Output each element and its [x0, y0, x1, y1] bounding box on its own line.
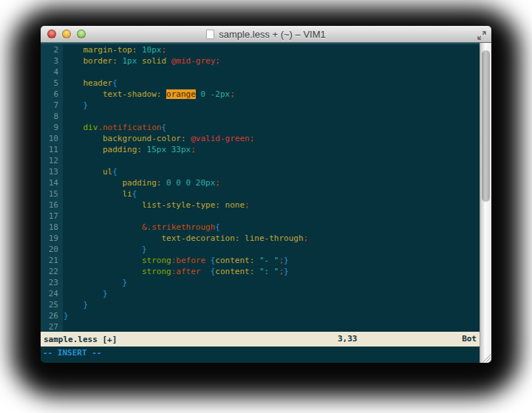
window-title: sample.less + (~) – VIM1 [219, 29, 326, 40]
close-button[interactable] [47, 30, 56, 38]
insert-mode-indicator: -- INSERT -- [43, 348, 101, 358]
line-number: 12 [41, 155, 63, 166]
line-number: 4 [41, 66, 63, 78]
code-line[interactable]: 9 div.notification{ [41, 122, 480, 133]
code-text: } [63, 310, 69, 321]
code-text: text-shadow: orange 0 -2px; [63, 89, 235, 100]
code-text: } [63, 288, 108, 299]
code-line[interactable]: 10 background-color: @valid-green; [41, 133, 480, 144]
status-bar: sample.less [+] 3,33 Bot [41, 332, 480, 347]
line-number: 7 [41, 100, 63, 111]
code-line[interactable]: 23 } [41, 277, 480, 288]
code-text: margin-top: 10px; [63, 44, 166, 55]
line-number: 15 [41, 188, 63, 199]
code-text: text-decoration: line-through; [63, 233, 308, 244]
code-line[interactable]: 18 &.strikethrough{ [41, 222, 480, 233]
status-file-name: sample.less [+] [44, 335, 117, 344]
scrollbar-thumb[interactable] [482, 50, 490, 202]
line-number: 21 [41, 255, 63, 266]
code-text [63, 155, 64, 166]
line-number: 25 [41, 299, 63, 310]
line-number: 23 [41, 277, 63, 288]
code-text [63, 211, 64, 222]
code-line[interactable]: 16 list-style-type: none; [41, 199, 480, 211]
code-text: strong:after {content: ": ";} [63, 266, 289, 277]
line-number: 19 [41, 233, 63, 244]
code-line[interactable]: 21 strong:before {content: "- ";} [41, 255, 480, 266]
code-text: } [63, 244, 147, 255]
title-group: sample.less + (~) – VIM1 [206, 29, 326, 40]
zoom-button[interactable] [77, 30, 86, 38]
code-line[interactable]: 20 } [41, 244, 480, 255]
code-line[interactable]: 22 strong:after {content: ": ";} [41, 266, 480, 277]
line-number: 8 [41, 111, 63, 122]
line-number: 3 [41, 55, 63, 66]
line-number: 17 [41, 211, 63, 222]
code-line[interactable]: 17 [41, 211, 480, 222]
line-number: 20 [41, 244, 63, 255]
code-text: div.notification{ [63, 122, 166, 133]
code-text: border: 1px solid @mid-grey; [63, 55, 220, 66]
code-line[interactable]: 2 margin-top: 10px; [41, 44, 480, 55]
minimize-button[interactable] [62, 30, 71, 38]
status-scroll-position: Bot [462, 334, 477, 344]
status-ruler: 3,33 [338, 334, 358, 344]
code-text: ul{ [63, 166, 117, 177]
line-number: 11 [41, 144, 63, 155]
code-text [63, 66, 64, 78]
line-number: 27 [41, 321, 63, 332]
code-text: padding: 15px 33px; [63, 144, 196, 155]
title-bar[interactable]: sample.less + (~) – VIM1 [41, 26, 491, 43]
code-text: } [63, 277, 127, 288]
code-line[interactable]: 4 [41, 66, 480, 78]
code-line[interactable]: 14 padding: 0 0 0 20px; [41, 177, 480, 188]
line-number: 18 [41, 222, 63, 233]
code-line[interactable]: 12 [41, 155, 480, 166]
editor-column: 2 margin-top: 10px;3 border: 1px solid @… [41, 43, 480, 363]
code-text: background-color: @valid-green; [63, 133, 254, 144]
code-line[interactable]: 5 header{ [41, 78, 480, 89]
code-area[interactable]: 2 margin-top: 10px;3 border: 1px solid @… [41, 43, 480, 332]
window-body: 2 margin-top: 10px;3 border: 1px solid @… [41, 43, 491, 363]
line-number: 13 [41, 166, 63, 177]
code-text: list-style-type: none; [63, 199, 250, 211]
line-number: 2 [41, 44, 63, 55]
fullscreen-button[interactable] [477, 30, 486, 38]
code-text: padding: 0 0 0 20px; [63, 177, 220, 188]
command-line: -- INSERT -- [41, 347, 480, 363]
vertical-scrollbar[interactable] [480, 43, 491, 363]
line-number: 10 [41, 133, 63, 144]
line-number: 9 [41, 122, 63, 133]
code-line[interactable]: 7 } [41, 100, 480, 111]
vim-window: sample.less + (~) – VIM1 2 margin-top: 1… [41, 26, 491, 363]
code-line[interactable]: 19 text-decoration: line-through; [41, 233, 480, 244]
code-text: } [63, 100, 88, 111]
fullscreen-icon [477, 31, 486, 40]
code-line[interactable]: 25 } [41, 299, 480, 310]
code-line[interactable]: 3 border: 1px solid @mid-grey; [41, 55, 480, 66]
traffic-lights [47, 30, 86, 38]
line-number: 26 [41, 310, 63, 321]
code-line[interactable]: 26} [41, 310, 480, 321]
line-number: 6 [41, 89, 63, 100]
code-text: li{ [63, 188, 137, 199]
code-text: } [63, 299, 88, 310]
line-number: 16 [41, 199, 63, 211]
code-line[interactable]: 15 li{ [41, 188, 480, 199]
line-number: 14 [41, 177, 63, 188]
code-line[interactable]: 13 ul{ [41, 166, 480, 177]
resize-grip[interactable] [482, 354, 491, 362]
code-line[interactable]: 11 padding: 15px 33px; [41, 144, 480, 155]
code-text [63, 111, 64, 122]
code-line[interactable]: 8 [41, 111, 480, 122]
line-number: 5 [41, 78, 63, 89]
code-line[interactable]: 27 [41, 321, 480, 332]
document-icon [206, 30, 214, 39]
line-number: 24 [41, 288, 63, 299]
code-line[interactable]: 6 text-shadow: orange 0 -2px; [41, 89, 480, 100]
code-text: &.strikethrough{ [63, 222, 220, 233]
code-text: header{ [63, 78, 117, 89]
code-line[interactable]: 24 } [41, 288, 480, 299]
code-text [63, 321, 64, 332]
line-number: 22 [41, 266, 63, 277]
